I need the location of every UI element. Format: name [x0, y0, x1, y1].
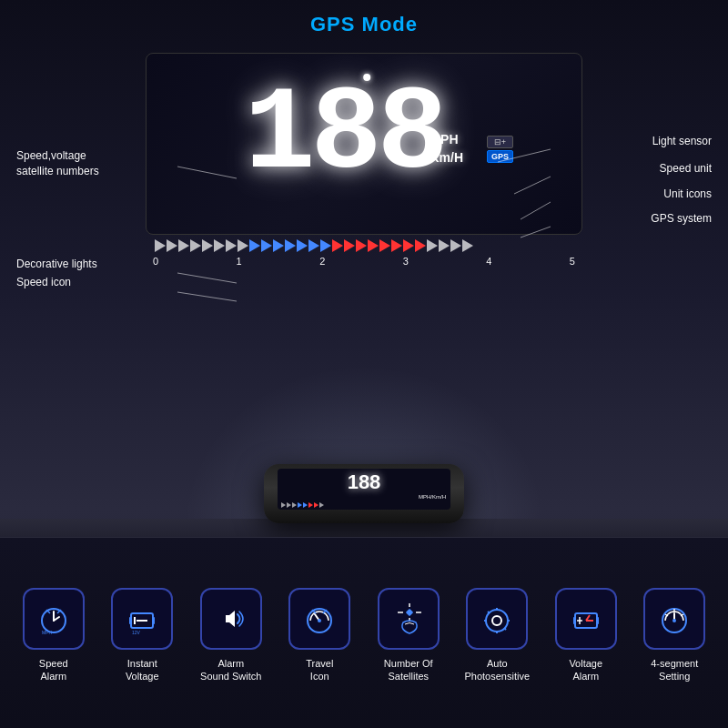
feature-4segment: 4-segmentSetting: [636, 588, 713, 683]
auto-photo-icon-box: [466, 588, 528, 650]
alarm-sound-icon: [215, 602, 248, 635]
svg-rect-10: [129, 617, 131, 624]
arrow-red-2: [344, 239, 355, 252]
svg-line-2: [177, 292, 237, 301]
arrow-white-1: [155, 239, 166, 252]
satellites-icon-box: [378, 588, 440, 650]
svg-line-28: [488, 612, 490, 613]
travel-icon-box: [288, 588, 350, 650]
4segment-icon: [658, 602, 691, 635]
arrow-white-3: [178, 239, 189, 252]
speed-display: 188: [245, 76, 444, 195]
travel-icon-label: TravelIcon: [306, 657, 333, 683]
feature-travel-icon: TravelIcon: [281, 588, 359, 683]
arrow-white-5: [202, 239, 213, 252]
alarm-sound-label: AlarmSound Switch: [200, 657, 261, 683]
svg-point-16: [318, 619, 321, 622]
auto-photo-label: AutoPhotosensitive: [464, 657, 530, 683]
speed-unit: MPH Km/H: [430, 131, 463, 167]
device-mini-unit: MPH/Km/H: [278, 494, 446, 500]
device-body: 188 MPH/Km/H: [264, 464, 464, 523]
speed-bar-area: 0 1 2 3 4 5: [146, 239, 582, 267]
scale-0: 0: [153, 256, 158, 267]
voltage-alarm-label: VoltageAlarm: [569, 657, 602, 683]
arrow-red-3: [356, 239, 367, 252]
arrow-red-1: [332, 239, 343, 252]
hud-screen: 188 MPH Km/H ⊟+ GPS: [146, 53, 582, 235]
scale-1: 1: [237, 256, 242, 267]
device-mini-screen: 188 MPH/Km/H: [278, 469, 450, 510]
decorative-lights: [146, 239, 582, 252]
svg-rect-17: [406, 608, 413, 615]
speed-alarm-icon: MPH: [37, 602, 70, 635]
svg-text:MPH: MPH: [42, 630, 53, 635]
kmh-label: Km/H: [430, 149, 463, 167]
travel-speedometer-icon: [303, 602, 336, 635]
page-title: GPS Mode: [0, 0, 728, 36]
svg-rect-32: [597, 617, 599, 624]
battery-icon: ⊟+: [494, 137, 506, 147]
scale-4: 4: [486, 256, 491, 267]
voltage-icon: 12V: [126, 602, 158, 635]
instant-voltage-label: InstantVoltage: [126, 657, 159, 683]
arrow-white-9: [427, 239, 438, 252]
svg-line-29: [504, 628, 506, 630]
hud-area: 188 MPH Km/H ⊟+ GPS: [0, 44, 728, 389]
arrow-blue-3: [273, 239, 284, 252]
scale-3: 3: [403, 256, 409, 267]
arrow-red-7: [403, 239, 414, 252]
scale-5: 5: [570, 256, 575, 267]
scale-numbers: 0 1 2 3 4 5: [146, 256, 582, 267]
satellites-label: Number OfSatellites: [384, 657, 433, 683]
feature-voltage-alarm: VoltageAlarm: [547, 588, 624, 683]
speed-alarm-label: SpeedAlarm: [39, 657, 68, 683]
svg-point-23: [492, 616, 501, 625]
svg-point-41: [672, 619, 676, 622]
main-container: GPS Mode 188 MPH Km/H ⊟+ GPS: [0, 0, 728, 728]
arrow-blue-4: [285, 239, 296, 252]
arrow-blue-1: [249, 239, 260, 252]
voltage-icon-box: 12V: [111, 588, 173, 650]
arrow-red-5: [379, 239, 390, 252]
label-unit-icons: Unit icons: [663, 187, 712, 200]
label-decorative-lights: Decorative lights: [16, 258, 97, 270]
photosensitive-icon: [480, 602, 513, 635]
svg-line-1: [177, 273, 237, 283]
feature-satellites: Number OfSatellites: [369, 588, 447, 683]
4segment-icon-box: [643, 588, 705, 650]
feature-alarm-sound: AlarmSound Switch: [192, 588, 269, 683]
arrow-white-7: [226, 239, 237, 252]
label-light-sensor: Light sensor: [652, 135, 712, 147]
label-gps-system: GPS system: [651, 212, 712, 225]
arrow-white-2: [167, 239, 177, 252]
arrow-white-4: [190, 239, 201, 252]
arrow-white-11: [450, 239, 461, 252]
feature-instant-voltage: 12V InstantVoltage: [104, 588, 181, 683]
arrow-white-10: [439, 239, 450, 252]
voltage-alarm-icon: [570, 602, 602, 635]
alarm-sound-icon-box: [200, 588, 262, 650]
label-speed-unit: Speed unit: [660, 162, 712, 175]
unit-icons-display: ⊟+ GPS: [487, 136, 513, 163]
feature-speed-alarm: MPH SpeedAlarm: [15, 588, 92, 683]
arrow-blue-6: [308, 239, 319, 252]
svg-rect-31: [573, 617, 575, 624]
device-mini-number: 188: [278, 470, 450, 494]
scale-2: 2: [319, 256, 325, 267]
feature-auto-photo: AutoPhotosensitive: [459, 588, 536, 683]
label-speed-icon: Speed icon: [16, 276, 71, 288]
svg-rect-11: [153, 617, 155, 624]
mph-label: MPH: [430, 131, 463, 149]
speed-alarm-icon-box: MPH: [23, 588, 85, 650]
physical-device: 188 MPH/Km/H: [237, 464, 491, 546]
4segment-label: 4-segmentSetting: [651, 657, 698, 683]
arrow-red-4: [368, 239, 379, 252]
arrow-blue-7: [320, 239, 331, 252]
features-section: MPH SpeedAlarm 12V InstantVoltage: [0, 537, 728, 728]
arrow-white-8: [238, 239, 248, 252]
label-speed-voltage: Speed,voltage satellite numbers: [16, 148, 99, 179]
arrow-red-6: [391, 239, 402, 252]
arrow-blue-2: [261, 239, 272, 252]
arrow-blue-5: [297, 239, 308, 252]
voltage-alarm-icon-box: [555, 588, 617, 650]
